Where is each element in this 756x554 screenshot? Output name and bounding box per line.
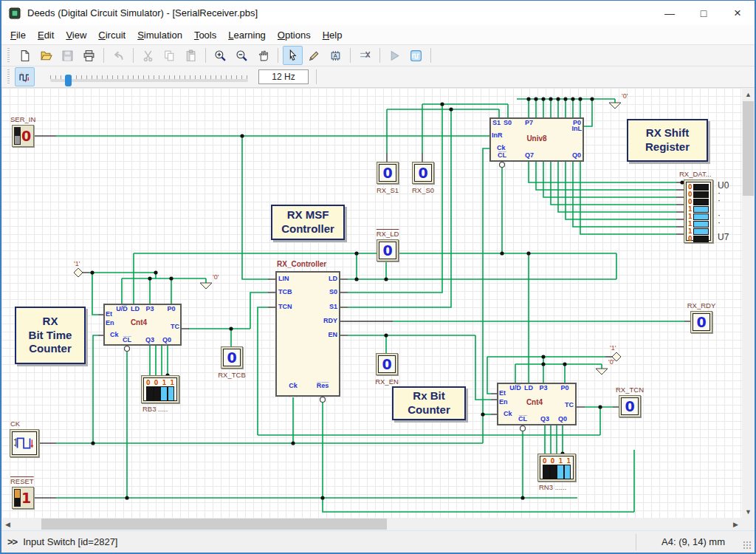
register-display-rx_dat[interactable]: OOO1111O — [684, 179, 713, 243]
open-file-button[interactable] — [36, 46, 56, 65]
scroll-right-arrow[interactable]: ▶ — [729, 518, 742, 530]
rn3-bars — [543, 465, 571, 479]
rx-dat-bit-row: 1 — [688, 228, 709, 235]
zoom-in-button[interactable] — [210, 46, 230, 65]
status-message: Input Switch [id=2827] — [23, 536, 117, 547]
rx-bit-counter-label[interactable]: Rx BitCounter — [392, 386, 466, 420]
rx-msf-controller-label-text: Controller — [281, 222, 334, 236]
rx-dat-bit-label-U7: U7 — [718, 232, 729, 242]
register-display-rn3[interactable]: OO11 — [537, 454, 576, 482]
clock-ck[interactable] — [10, 429, 39, 457]
menu-bar: FileEditViewCircuitSimulationToolsLearni… — [1, 25, 755, 45]
maximize-button[interactable]: □ — [687, 1, 721, 25]
scroll-left-arrow[interactable]: ◀ — [1, 518, 14, 530]
start-simulation-icon — [388, 49, 401, 62]
paste-button[interactable] — [181, 46, 201, 65]
copy-button[interactable] — [159, 46, 179, 65]
minimize-button[interactable]: — — [653, 1, 687, 25]
cut-button[interactable] — [138, 46, 158, 65]
vertical-scroll-thumb[interactable] — [743, 101, 754, 196]
resize-grip[interactable] — [743, 541, 752, 550]
pan-button[interactable] — [253, 46, 273, 65]
new-file-button[interactable] — [15, 46, 35, 65]
svg-text:'0': '0' — [608, 358, 615, 366]
horizontal-scrollbar[interactable]: ◀ ▶ — [1, 518, 742, 530]
start-simulation-button[interactable] — [385, 46, 405, 65]
switch-reset[interactable]: 1 — [12, 487, 34, 509]
menu-tools[interactable]: Tools — [188, 27, 222, 44]
undo-button[interactable] — [109, 46, 128, 65]
cnt4-bit-time-counter-pin-tc: TC — [171, 323, 179, 330]
status-bar: >> Input Switch [id=2827] A4: (9, 14) mm — [1, 530, 755, 553]
display-rx_en[interactable]: 0 — [376, 353, 398, 375]
save-file-button[interactable] — [58, 46, 78, 65]
display-rx_ld[interactable]: 0 — [377, 239, 399, 261]
menu-options[interactable]: Options — [272, 27, 317, 44]
delete-wire-button[interactable] — [355, 46, 375, 65]
menu-file[interactable]: File — [4, 27, 32, 44]
menu-help[interactable]: Help — [317, 27, 348, 44]
vertical-scrollbar[interactable]: ▲ ▼ — [742, 88, 755, 518]
register-display-rb3[interactable]: OO11 — [141, 375, 179, 403]
animation-mode-button[interactable] — [15, 67, 35, 86]
toolbar-separator — [350, 48, 351, 63]
ser_in-toggle[interactable] — [14, 127, 21, 145]
zoom-out-button[interactable] — [232, 46, 252, 65]
cnt4-bit-time-counter-pin-ld: LD — [131, 305, 140, 312]
scroll-down-arrow[interactable]: ▼ — [742, 505, 755, 518]
univ8-shift-register-pin-s0: S0 — [504, 119, 512, 126]
menu-edit[interactable]: Edit — [32, 27, 60, 44]
slider-track[interactable] — [50, 79, 248, 82]
wire-edit-button[interactable] — [304, 46, 324, 65]
ser_in-label: SER_IN — [10, 115, 35, 123]
close-button[interactable]: × — [721, 1, 755, 25]
menu-learning[interactable]: Learning — [222, 27, 272, 44]
toolbar-separator — [133, 48, 134, 63]
reset-toggle[interactable] — [14, 489, 21, 507]
cut-icon — [142, 49, 154, 62]
cnt4-bit-time-counter-pin-ck: Ck — [110, 331, 119, 338]
rx-bit-time-counter-label-text: Counter — [29, 342, 72, 356]
rx-dat-bit-row: O — [688, 183, 709, 191]
rx-bit-counter-label-text: Counter — [408, 403, 450, 417]
display-rx_tcb[interactable]: 0 — [221, 346, 243, 369]
menu-simulation[interactable]: Simulation — [131, 27, 188, 44]
menu-view[interactable]: View — [60, 27, 92, 44]
rx-controller-pin-en: EN — [328, 331, 337, 338]
cnt4-bit-time-counter-pin-en: En — [106, 319, 114, 326]
display-rx_s0[interactable]: 0 — [412, 162, 434, 184]
circuit-canvas[interactable]: '0''0''0''1''1'Univ8S1S0P7P0InRInLCkC̅L̅… — [1, 88, 742, 518]
cnt4-bit-counter-pin-p0: P0 — [560, 384, 568, 391]
rx-shift-register-label[interactable]: RX ShiftRegister — [627, 119, 708, 162]
scroll-up-arrow[interactable]: ▲ — [742, 88, 755, 100]
rx-controller-pin-s0: S0 — [329, 288, 337, 295]
rx-bit-time-counter-label[interactable]: RXBit TimeCounter — [15, 307, 86, 364]
rx-controller-pin-lin: LIN — [278, 275, 289, 282]
ck-waveform — [12, 431, 37, 455]
univ8-shift-register-pin-cl: C̅L̅ — [498, 151, 506, 159]
horizontal-scroll-thumb[interactable] — [41, 519, 387, 530]
reset-value: 1 — [21, 489, 32, 507]
rx-controller-pin-ld: LD — [329, 275, 337, 282]
select-mode-button[interactable] — [283, 46, 303, 65]
print-button[interactable] — [79, 46, 99, 65]
rx-bit-time-counter-label-text: Bit Time — [29, 329, 72, 343]
univ8-shift-register-pin-s1: S1 — [492, 119, 501, 126]
status-chevrons: >> — [7, 536, 17, 547]
switch-ser_in[interactable]: 0 — [12, 125, 34, 147]
component-properties-button[interactable] — [326, 46, 346, 65]
rx-controller-pin-tcn: TCN — [278, 303, 292, 310]
cnt4-bit-time-counter-pin-cl: C̅L̅ — [123, 336, 131, 343]
rx_ld-label: RX_LD — [377, 230, 399, 238]
display-rx_s1[interactable]: 0 — [377, 162, 399, 184]
rx-dat-bit-row: O — [688, 191, 709, 198]
menu-circuit[interactable]: Circuit — [92, 27, 131, 44]
cnt4-bit-counter-pin-cl: C̅L̅ — [518, 415, 527, 423]
display-rx_rdy[interactable]: 0 — [690, 311, 712, 333]
simbar-grip — [7, 69, 10, 84]
slider-thumb[interactable] — [65, 75, 72, 86]
rx-msf-controller-label[interactable]: RX MSFController — [271, 205, 345, 240]
display-rx_tcn[interactable]: 0 — [619, 395, 641, 417]
rx-dat-bit-row: 1 — [688, 205, 709, 213]
timing-diagram-button[interactable] — [406, 46, 426, 65]
